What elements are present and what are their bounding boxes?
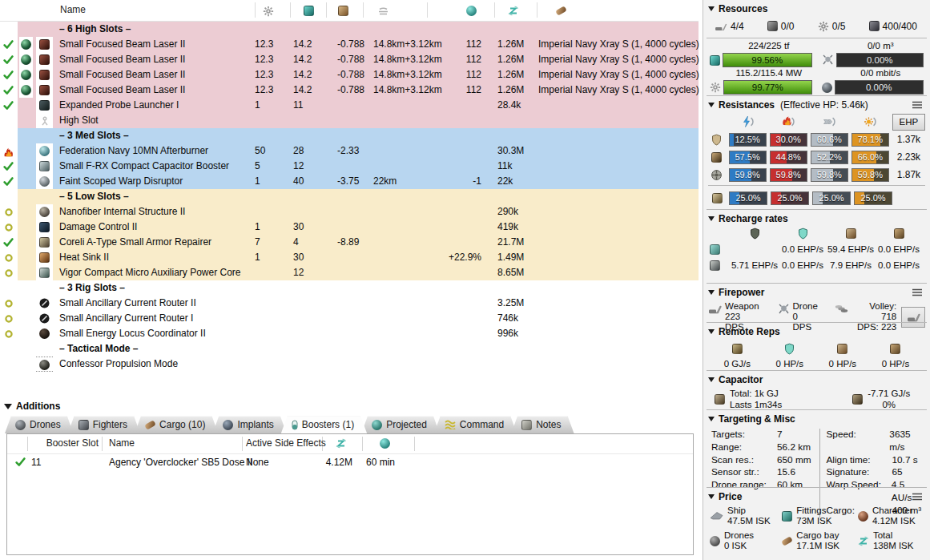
collapse-arrow-icon[interactable] <box>708 494 715 499</box>
collapse-arrow-icon[interactable] <box>708 6 715 11</box>
tab-fighters[interactable]: Fighters <box>68 416 140 433</box>
column-header-name[interactable]: Name <box>109 437 135 449</box>
passive-ring-icon[interactable] <box>2 326 15 341</box>
tab-cargo-10[interactable]: Cargo (10) <box>135 416 218 433</box>
active-check-icon[interactable] <box>15 454 26 471</box>
module-row[interactable]: Damage Control II130419k <box>0 220 699 235</box>
resistance-value: 25.0% <box>813 192 850 204</box>
module-row[interactable]: Federation Navy 10MN Afterburner5028-2.3… <box>0 143 699 159</box>
damage-type-column <box>851 115 889 130</box>
cpu-value: 12 <box>293 265 327 280</box>
collapse-arrow-icon[interactable] <box>4 404 12 409</box>
module-row[interactable]: Small Ancillary Current Router I746k <box>0 311 699 326</box>
menu-icon[interactable] <box>912 491 922 502</box>
collapse-arrow-icon[interactable] <box>708 216 715 221</box>
tab-notes[interactable]: Notes <box>511 416 574 433</box>
column-header-name[interactable]: Name <box>60 4 86 15</box>
firepower-label: Weapon <box>725 301 762 312</box>
module-row[interactable]: Small Focused Beam Laser II12.314.2-0.78… <box>0 83 699 98</box>
column-header-active-side-effects[interactable]: Active Side Effects <box>246 437 326 449</box>
collapse-arrow-icon[interactable] <box>708 417 715 421</box>
ehp-button[interactable]: EHP <box>892 114 925 131</box>
active-check-icon[interactable] <box>2 98 15 113</box>
module-row[interactable]: Small Ancillary Current Router II3.25M <box>0 296 699 311</box>
afterburner-icon <box>39 143 50 159</box>
collapse-arrow-icon[interactable] <box>708 290 715 295</box>
passive-ring-icon[interactable] <box>2 265 15 280</box>
module-row[interactable]: Small Focused Beam Laser II12.314.2-0.78… <box>0 37 699 52</box>
menu-icon[interactable] <box>912 287 922 298</box>
tab-label: Boosters (1) <box>302 419 354 430</box>
active-check-icon[interactable] <box>2 37 15 52</box>
column-header-price-icon[interactable] <box>506 3 521 18</box>
module-icon-slot <box>36 357 53 372</box>
resource-bar: 0.00% <box>835 80 924 95</box>
module-row[interactable]: Small Focused Beam Laser II12.314.2-0.78… <box>0 52 699 67</box>
menu-icon[interactable] <box>912 99 922 111</box>
charge-loaded-slot <box>19 52 33 67</box>
tab-boosters-1[interactable]: Boosters (1) <box>281 416 367 433</box>
passive-ring-icon[interactable] <box>2 311 15 326</box>
overheated-flames-icon[interactable] <box>2 143 15 159</box>
passive-ring-icon[interactable] <box>2 250 15 265</box>
column-header-price-icon[interactable] <box>336 436 347 451</box>
tab-drones[interactable]: Drones <box>5 416 74 433</box>
module-row[interactable]: Vigor Compact Micro Auxiliary Power Core… <box>0 265 699 280</box>
remote-rep-item: 0 HP/s <box>776 341 804 369</box>
passive-ring-icon <box>4 311 14 326</box>
module-row[interactable]: Small Focused Beam Laser II12.314.2-0.78… <box>0 67 699 83</box>
collapse-arrow-icon[interactable] <box>708 329 715 334</box>
capacitor-total: Total: 1k GJLasts 1m34s <box>715 388 782 410</box>
column-header-ammo-icon[interactable] <box>554 3 568 18</box>
active-check-icon[interactable] <box>2 235 15 250</box>
module-icon-slot <box>36 83 53 98</box>
launcher-hardpoint-icon <box>767 18 778 34</box>
passive-ring-icon[interactable] <box>2 204 15 220</box>
module-row[interactable]: High Slot <box>0 113 699 128</box>
active-check-icon <box>3 159 14 174</box>
active-check-icon[interactable] <box>2 159 15 174</box>
collapse-arrow-icon[interactable] <box>708 377 715 382</box>
price-item-cargo-bay: Cargo bay17.1M ISK <box>782 530 858 551</box>
active-check-icon[interactable] <box>2 174 15 189</box>
column-header-capacitor-usage-icon[interactable] <box>336 3 350 18</box>
active-check-icon[interactable] <box>2 83 15 98</box>
passive-ring-icon[interactable] <box>2 220 15 235</box>
module-row[interactable]: Small Energy Locus Coordinator II996k <box>0 326 699 341</box>
layer-icon <box>708 150 726 165</box>
module-row[interactable]: Small F-RX Compact Capacitor Booster5121… <box>0 159 699 174</box>
column-header-duration-icon[interactable] <box>380 436 390 451</box>
passive-ring-icon[interactable] <box>2 296 15 311</box>
tab-implants[interactable]: Implants <box>212 416 286 433</box>
cpu-value: 4 <box>293 235 327 250</box>
bandwidth-icon <box>822 80 832 95</box>
column-header-powergrid-icon[interactable] <box>261 3 276 18</box>
module-row[interactable]: Faint Scoped Warp Disruptor140-3.7522km-… <box>0 174 699 189</box>
tab-projected[interactable]: Projected <box>361 416 440 433</box>
tab-command[interactable]: Command <box>434 416 517 433</box>
column-header-misc-icon[interactable] <box>464 3 478 18</box>
module-icon-slot <box>36 52 53 67</box>
resource-bar-label: 224/225 tf <box>710 41 812 52</box>
column-header-range-icon[interactable] <box>376 3 390 18</box>
module-row[interactable]: Nanofiber Internal Structure II290k <box>0 204 699 220</box>
active-check-icon[interactable] <box>2 67 15 83</box>
active-check-icon[interactable] <box>2 52 15 67</box>
damage-type-column <box>811 115 848 130</box>
resistance-bar: 66.0% <box>851 151 889 164</box>
collapse-arrow-icon[interactable] <box>708 103 715 107</box>
cpu-value: 14.2 <box>293 37 327 52</box>
price-icon <box>336 436 347 451</box>
command-tab-icon <box>445 417 456 433</box>
booster-row[interactable]: 11Agency 'Overclocker' SB5 Dose IINone4.… <box>7 454 693 471</box>
module-row[interactable]: Heat Sink II130+22.9%1.49M <box>0 250 699 265</box>
stat-value: 7 <box>777 429 783 441</box>
column-header-booster-slot[interactable]: Booster Slot <box>31 437 99 449</box>
fitting-rows: – 6 High Slots –Small Focused Beam Laser… <box>0 22 699 372</box>
module-row[interactable]: Expanded Probe Launcher I11128.4k <box>0 98 699 113</box>
module-row[interactable]: Confessor Propulsion Mode <box>0 357 699 372</box>
column-header-cpu-icon[interactable] <box>301 3 316 18</box>
module-row[interactable]: Coreli A-Type Small Armor Repairer74-8.8… <box>0 235 699 250</box>
stat-label: Scan res.: <box>711 454 777 467</box>
remote-rep-value: 0 HP/s <box>776 359 804 369</box>
